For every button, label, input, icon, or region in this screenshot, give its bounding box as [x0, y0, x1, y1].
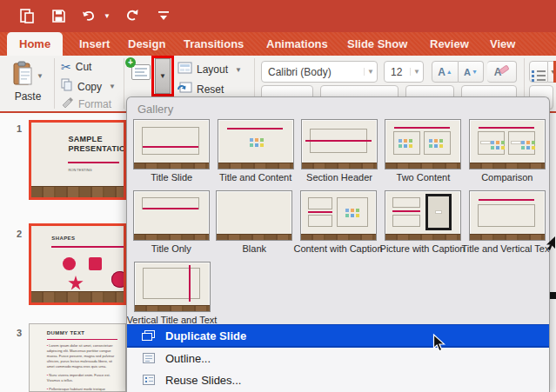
- paste-button[interactable]: ▼ Paste: [3, 57, 52, 110]
- scissors-icon: ✂: [61, 60, 71, 74]
- redo-icon[interactable]: [123, 6, 142, 25]
- copy-dropdown-caret[interactable]: ▼: [109, 83, 116, 90]
- accent-line: [68, 162, 118, 163]
- gallery-row-1: Title Slide Title and Content Section He…: [127, 119, 549, 183]
- tab-transitions[interactable]: Transitions: [178, 32, 249, 56]
- outline-icon: [142, 353, 157, 364]
- slide-body-text: Lorem ipsum dolor sit amet, consectetuer…: [47, 343, 117, 392]
- copy-button[interactable]: Copy ▼: [61, 78, 116, 95]
- slide-thumbnail-3[interactable]: DUMMY TEXT Lorem ipsum dolor sit amet, c…: [29, 323, 126, 392]
- reset-button[interactable]: Reset: [178, 81, 224, 97]
- menu-item-outline[interactable]: Outline...: [127, 348, 549, 369]
- title-bar: ▼: [0, 0, 556, 32]
- tab-review[interactable]: Review: [425, 32, 474, 56]
- cut-button[interactable]: ✂ Cut: [61, 60, 91, 74]
- font-size-caret: ▼: [410, 68, 423, 76]
- layout-dropdown-caret[interactable]: ▼: [235, 66, 242, 74]
- edge-mark-artifact: [550, 292, 556, 299]
- increase-font-button[interactable]: A▲: [432, 61, 459, 83]
- reset-icon: [178, 81, 192, 97]
- layout-icon: [178, 62, 192, 77]
- accent-line: [47, 339, 117, 340]
- undo-icon[interactable]: [80, 6, 99, 25]
- secondary-cursor-artifact: [546, 236, 556, 254]
- layout-picture-with-caption[interactable]: Picture with Caption: [380, 190, 465, 254]
- layout-vertical-title-and-text[interactable]: Vertical Title and Text: [130, 262, 214, 325]
- slide-thumbnail-1[interactable]: SAMPLE PRESENTATION RON TESTING: [29, 120, 126, 200]
- annotation-highlight-box: [151, 56, 174, 96]
- paste-dropdown-caret[interactable]: ▼: [37, 72, 44, 80]
- quick-access-toolbar: ▼: [17, 6, 173, 25]
- slide-number: 2: [17, 229, 22, 239]
- menu-item-duplicate-slide[interactable]: Duplicate Slide: [127, 324, 549, 348]
- format-painter-button[interactable]: Format: [61, 96, 111, 112]
- ribbon-tabs: Home Insert Design Transitions Animation…: [0, 32, 556, 56]
- square-shape: [89, 257, 102, 270]
- tab-design[interactable]: Design: [123, 32, 171, 56]
- font-size-select[interactable]: 12 ▼: [384, 61, 424, 83]
- tab-animations[interactable]: Animations: [261, 32, 333, 56]
- gallery-row-3: Vertical Title and Text: [127, 262, 549, 325]
- tab-slide-show[interactable]: Slide Show: [342, 32, 412, 56]
- slide-thumbnails-panel: 1 SAMPLE PRESENTATION RON TESTING 2 SHAP…: [0, 113, 126, 392]
- powerpoint-window: ▼ Home Insert Design Transitions Animati…: [0, 0, 556, 392]
- new-file-icon[interactable]: [17, 6, 37, 25]
- paste-label: Paste: [15, 90, 42, 103]
- slide-thumbnail-2[interactable]: SHAPES: [29, 223, 126, 305]
- tab-view[interactable]: View: [485, 32, 520, 56]
- layout-blank[interactable]: Blank: [213, 190, 297, 254]
- save-icon[interactable]: [49, 6, 68, 25]
- layout-comparison[interactable]: Comparison: [466, 119, 549, 183]
- divider: [124, 58, 124, 109]
- undo-dropdown-caret[interactable]: ▼: [104, 12, 111, 20]
- layout-title-and-vertical-text[interactable]: Title and Vertical Text: [465, 190, 549, 254]
- new-slide-icon: [131, 64, 151, 80]
- menu-item-reuse-slides[interactable]: Reuse Slides...: [127, 369, 549, 391]
- plus-icon: +: [125, 57, 136, 68]
- layout-content-with-caption[interactable]: Content with Caption: [296, 190, 380, 254]
- tab-home[interactable]: Home: [7, 32, 63, 56]
- layout-title-slide[interactable]: Title Slide: [130, 119, 213, 183]
- toolbar-options-icon[interactable]: [154, 6, 173, 25]
- format-brush-icon: [61, 96, 74, 112]
- clear-formatting-button[interactable]: A: [487, 61, 517, 83]
- new-slide-button[interactable]: +: [128, 61, 152, 83]
- reuse-slides-icon: [142, 375, 157, 386]
- wood-floor: [31, 186, 124, 197]
- new-slide-menu: Duplicate Slide Outline...: [127, 324, 549, 392]
- decrease-font-button[interactable]: A▼: [459, 61, 484, 83]
- font-size-buttons: A▲ A▼: [432, 61, 484, 83]
- font-name-select[interactable]: Calibri (Body) ▼: [261, 61, 378, 83]
- slide-number: 1: [17, 123, 22, 134]
- new-slide-gallery-dropdown: Gallery Title Slide Title and Content: [126, 96, 550, 392]
- gallery-header: Gallery: [127, 97, 549, 119]
- layout-button[interactable]: Layout ▼: [178, 62, 242, 77]
- layout-title-and-content[interactable]: Title and Content: [213, 119, 297, 183]
- slide-number: 3: [17, 328, 22, 338]
- clear-formatting-wrap: A: [487, 61, 517, 83]
- circle-shape: [63, 257, 76, 270]
- bullets-button[interactable]: [529, 61, 548, 83]
- star-shape: [68, 276, 84, 291]
- accent-line: [51, 246, 124, 248]
- divider: [54, 58, 55, 109]
- layout-section-header[interactable]: Section Header: [298, 119, 381, 183]
- pie-shape: [111, 271, 126, 288]
- bulleted-list-icon: [532, 70, 546, 73]
- layout-two-content[interactable]: Two Content: [381, 119, 465, 183]
- duplicate-slide-icon: [142, 330, 157, 342]
- mouse-cursor: [432, 334, 445, 356]
- copy-icon: [61, 78, 73, 95]
- wood-floor: [31, 291, 124, 302]
- gallery-row-2: Title Only Blank Content with Caption: [127, 190, 549, 254]
- layout-title-only[interactable]: Title Only: [130, 190, 213, 254]
- tab-insert[interactable]: Insert: [74, 32, 115, 56]
- bullets-wrap: ▼: [529, 61, 556, 83]
- font-name-caret: ▼: [364, 68, 377, 76]
- clipboard-icon: [12, 61, 34, 90]
